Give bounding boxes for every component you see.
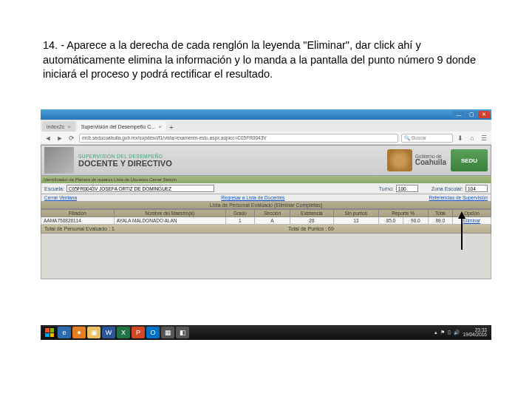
minimize-button[interactable]: — xyxy=(453,111,465,118)
new-tab-button[interactable]: + xyxy=(166,123,177,132)
tab-label: Supervisión del Desempeño C... xyxy=(81,124,155,129)
cell-sinpuntos: 13 xyxy=(333,217,378,225)
browser-toolbar: ◄ ► ⟳ mcb.seducoahuila.gob.mx/supdesd/f1… xyxy=(41,132,491,145)
windows-taskbar: e ● ▣ W X P O ▦ ◧ ▴ ⚑ ▯ 🔊 23:33 19/04/20… xyxy=(41,325,491,340)
regresar-lista-link[interactable]: Regresar a Lista de Docentes xyxy=(221,195,284,200)
search-placeholder: Buscar xyxy=(412,135,426,140)
col-filiacion: Filiación xyxy=(41,210,115,217)
app-icon[interactable]: ▦ xyxy=(161,327,174,338)
tab-index2c[interactable]: index2c × xyxy=(42,121,75,132)
total-personal: Total de Personal Evaluado : 1 xyxy=(44,226,288,231)
col-grado: Grado xyxy=(225,210,254,217)
windows-logo-icon xyxy=(45,328,54,337)
app-banner: SUPERVISIÓN DEL DESEMPEÑO DOCENTE Y DIRE… xyxy=(41,145,491,176)
download-icon[interactable]: ⬇ xyxy=(456,134,465,143)
instruction-text: 14. - Aparece a la derecha de cada rengl… xyxy=(43,38,492,82)
section-header: Lista de Personal Evaluado (Eliminar Com… xyxy=(41,202,491,209)
table-header-row: Filiación Nombre del Maestro(a) Grado Se… xyxy=(41,210,491,217)
banner-photo xyxy=(44,147,74,174)
cell-existencia: 28 xyxy=(290,217,333,225)
banner-line1: SUPERVISIÓN DEL DESEMPEÑO xyxy=(78,154,384,159)
close-button[interactable]: ✕ xyxy=(478,111,490,118)
zona-field[interactable] xyxy=(466,185,488,192)
cerrar-ventana-link[interactable]: Cerrar Ventana xyxy=(44,195,77,200)
home-icon[interactable]: ⌂ xyxy=(468,134,477,143)
sedu-badge: SEDU xyxy=(451,149,488,171)
col-seccion: Sección xyxy=(255,210,290,217)
excel-icon[interactable]: X xyxy=(117,327,130,338)
system-tray: ▴ ⚑ ▯ 🔊 23:33 19/04/2016 xyxy=(434,328,490,338)
filter-row: Escuela: Turno: Zona Escolar: xyxy=(41,183,491,194)
turno-label: Turno: xyxy=(379,186,394,191)
close-icon[interactable]: × xyxy=(67,123,71,130)
start-button[interactable] xyxy=(42,327,57,338)
tab-supervision[interactable]: Supervisión del Desempeño C... × xyxy=(77,121,166,132)
flag-icon[interactable]: ⚑ xyxy=(440,330,445,335)
eliminar-link[interactable]: Eliminar xyxy=(463,218,480,223)
sub-banner: Identificador de Planeta de reparos List… xyxy=(41,176,491,183)
empty-panel xyxy=(41,233,491,279)
zona-label: Zona Escolar: xyxy=(432,186,463,191)
forward-icon[interactable]: ► xyxy=(55,134,64,143)
browser-tabs: index2c × Supervisión del Desempeño C...… xyxy=(41,120,491,132)
totals-row: Total de Personal Evaluado : 1 Total de … xyxy=(41,225,491,233)
escuela-field[interactable] xyxy=(66,185,214,192)
evaluados-table: Filiación Nombre del Maestro(a) Grado Se… xyxy=(41,209,491,225)
back-icon[interactable]: ◄ xyxy=(44,134,52,143)
banner-title-block: SUPERVISIÓN DEL DESEMPEÑO DOCENTE Y DIRE… xyxy=(78,154,384,168)
col-reporte: Reporte % xyxy=(378,210,428,217)
search-icon: 🔍 xyxy=(404,135,410,141)
col-existencia: Existencia xyxy=(290,210,333,217)
page-content: SUPERVISIÓN DEL DESEMPEÑO DOCENTE Y DIRE… xyxy=(41,145,491,279)
col-opcion: Opción xyxy=(453,210,491,217)
coahuila-seal-icon xyxy=(387,149,412,171)
folder-icon[interactable]: ▣ xyxy=(87,327,100,338)
referencias-link[interactable]: Referencias de Supervisión xyxy=(429,195,488,200)
close-icon[interactable]: × xyxy=(158,123,162,130)
cell-nombre: AYALA MALDONADO ALAN xyxy=(114,217,225,225)
embedded-screenshot: — ▢ ✕ index2c × Supervisión del Desempeñ… xyxy=(41,109,491,279)
outlook-icon[interactable]: O xyxy=(146,327,160,338)
col-sinpuntos: Sin puntos xyxy=(333,210,378,217)
gov-big: Coahuila xyxy=(415,159,446,166)
date-text: 19/04/2016 xyxy=(463,332,487,338)
escuela-label: Escuela: xyxy=(44,186,64,191)
col-nombre: Nombre del Maestro(a) xyxy=(114,210,225,217)
url-text: mcb.seducoahuila.gob.mx/supdesd/f1/vista… xyxy=(82,135,267,140)
search-box[interactable]: 🔍 Buscar xyxy=(401,134,453,143)
powerpoint-icon[interactable]: P xyxy=(132,327,145,338)
table-row: AAMA750828114 AYALA MALDONADO ALAN 1 A 2… xyxy=(41,217,491,225)
total-puntos: Total de Puntos : 69 xyxy=(288,226,488,231)
coahuila-text: Gobierno de Coahuila xyxy=(415,154,446,167)
banner-line2: DOCENTE Y DIRECTIVO xyxy=(78,159,384,168)
maximize-button[interactable]: ▢ xyxy=(466,111,477,118)
tab-label: index2c xyxy=(47,124,64,129)
ie-icon[interactable]: e xyxy=(58,327,71,338)
app-icon[interactable]: ◧ xyxy=(176,327,189,338)
cell-r2: 90.0 xyxy=(403,217,428,225)
action-links-row: Cerrar Ventana Regresar a Lista de Docen… xyxy=(41,194,491,202)
window-titlebar: — ▢ ✕ xyxy=(41,109,491,120)
col-total: Total xyxy=(428,210,452,217)
tray-up-icon[interactable]: ▴ xyxy=(434,330,437,335)
cell-r1: 85.0 xyxy=(378,217,403,225)
cell-seccion: A xyxy=(255,217,290,225)
turno-field[interactable] xyxy=(396,185,418,192)
firefox-icon[interactable]: ● xyxy=(72,327,86,338)
reload-icon[interactable]: ⟳ xyxy=(67,134,76,143)
cell-filiacion: AAMA750828114 xyxy=(41,217,115,225)
volume-icon[interactable]: 🔊 xyxy=(454,330,460,335)
cell-grado: 1 xyxy=(225,217,254,225)
cell-total: 89.0 xyxy=(428,217,452,225)
clock[interactable]: 23:33 19/04/2016 xyxy=(463,328,487,338)
address-bar[interactable]: mcb.seducoahuila.gob.mx/supdesd/f1/vista… xyxy=(79,134,398,143)
word-icon[interactable]: W xyxy=(102,327,115,338)
network-icon[interactable]: ▯ xyxy=(448,330,451,335)
menu-icon[interactable]: ☰ xyxy=(480,134,488,143)
